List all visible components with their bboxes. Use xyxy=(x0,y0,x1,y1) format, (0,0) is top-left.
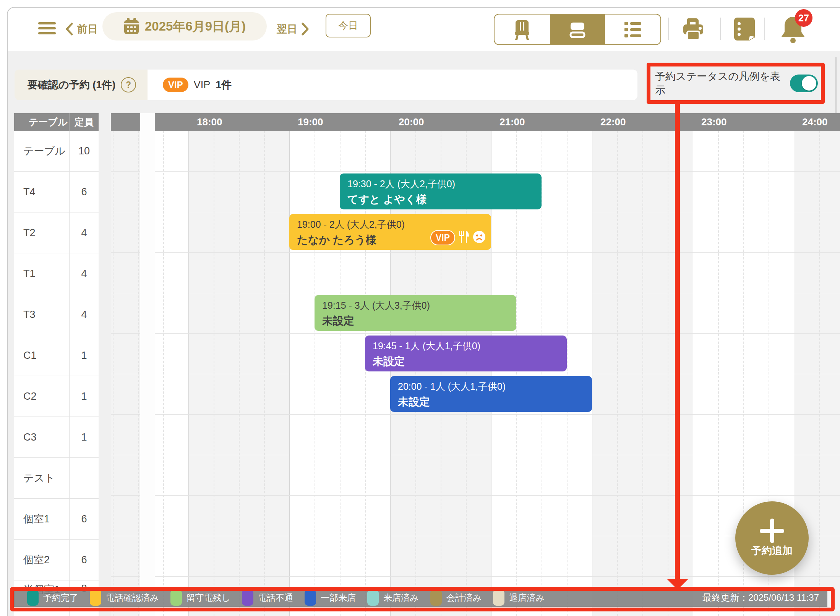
table-capacity: 6 xyxy=(70,172,99,212)
grid-quarter-line xyxy=(642,131,643,616)
table-capacity: 4 xyxy=(70,253,99,294)
reservation-block[interactable]: 19:45 - 1人 (大人1,子供0)未設定 xyxy=(365,336,567,371)
legend-toggle-switch[interactable] xyxy=(790,75,818,92)
print-button[interactable] xyxy=(678,15,709,43)
grid-row-line xyxy=(111,171,840,172)
list-view-icon xyxy=(624,20,642,39)
help-icon[interactable]: ? xyxy=(121,77,136,92)
table-row[interactable]: C21 xyxy=(14,376,99,417)
tables-header: テーブル 定員 xyxy=(14,113,99,131)
reservation-guest-name: 未設定 xyxy=(373,354,559,369)
prev-day-label: 前日 xyxy=(77,22,98,36)
table-name: テーブル xyxy=(14,131,70,171)
table-row[interactable]: T34 xyxy=(14,294,99,335)
today-button[interactable]: 今日 xyxy=(326,14,371,37)
legend-label: 電話確認済み xyxy=(106,592,159,604)
timeline-grid[interactable]: 18:0019:0020:0021:0022:0023:0024:00 19:3… xyxy=(111,113,840,616)
grid-row-line xyxy=(111,536,840,536)
time-axis-label: 23:00 xyxy=(701,113,727,131)
time-axis-label: 22:00 xyxy=(600,113,626,131)
legend-item: 電話確認済み xyxy=(90,590,159,606)
next-day-label: 翌日 xyxy=(277,22,297,36)
legend-label: 退店済み xyxy=(509,592,545,604)
menu-icon[interactable] xyxy=(38,22,56,34)
toolbar-divider xyxy=(764,18,765,40)
add-reservation-button[interactable]: 予約追加 xyxy=(735,501,809,575)
table-capacity xyxy=(70,458,99,498)
memo-button[interactable] xyxy=(729,15,760,43)
table-capacity: 4 xyxy=(70,212,99,253)
legend-item: 電話不通 xyxy=(242,590,293,606)
legend-item: 会計済み xyxy=(430,590,482,606)
table-row[interactable]: テーブル10 xyxy=(14,131,99,172)
reservation-guest-name: 未設定 xyxy=(322,314,509,328)
legend-item: 退店済み xyxy=(493,590,545,606)
time-axis-label: 24:00 xyxy=(802,113,828,131)
grid-quarter-line xyxy=(163,131,164,616)
reservation-time-info: 19:15 - 3人 (大人3,子供0) xyxy=(322,299,509,312)
table-capacity: 6 xyxy=(70,540,99,580)
timeline-view-icon xyxy=(569,20,586,39)
table-name: 個室2 xyxy=(14,540,70,580)
table-capacity: 10 xyxy=(70,131,99,171)
grid-quarter-line xyxy=(113,131,114,616)
legend-label: 会計済み xyxy=(446,592,482,604)
legend-swatch xyxy=(493,590,504,606)
vip-label: VIP xyxy=(194,79,211,91)
tables-panel: テーブル 定員 テーブル10T46T24T14T34C11C21C31テスト個室… xyxy=(14,113,99,616)
time-axis-label: 20:00 xyxy=(399,113,424,131)
timeline-scroll-seam xyxy=(140,113,155,616)
grid-row-line xyxy=(111,252,840,253)
table-row[interactable]: C31 xyxy=(14,417,99,458)
reservation-block[interactable]: 20:00 - 1人 (大人1,子供0)未設定 xyxy=(390,376,592,412)
grid-row-line xyxy=(111,333,840,334)
table-capacity: 6 xyxy=(70,499,99,539)
table-row[interactable]: テスト xyxy=(14,458,99,499)
vip-summary-chip[interactable]: VIP VIP 1件 xyxy=(148,70,637,100)
view-switcher xyxy=(494,14,661,45)
time-axis-label: 18:00 xyxy=(197,113,222,131)
legend-label: 電話不通 xyxy=(258,592,293,604)
grid-quarter-line xyxy=(668,131,668,616)
legend-label: 予約完了 xyxy=(43,592,78,604)
grid-quarter-line xyxy=(567,131,568,616)
legend-swatch xyxy=(90,590,101,606)
calendar-icon xyxy=(123,18,139,35)
table-capacity: 1 xyxy=(70,376,99,417)
reservation-guest-name: 未設定 xyxy=(398,395,584,409)
memo-icon xyxy=(733,17,756,41)
tab-timeline-view[interactable] xyxy=(550,15,605,44)
status-legend-bar: 予約完了電話確認済み留守電残し電話不通一部来店来店済み会計済み退店済み 最終更新… xyxy=(14,588,827,607)
tab-table-view[interactable] xyxy=(495,15,550,44)
notification-badge: 27 xyxy=(795,9,812,27)
toolbar-divider xyxy=(668,18,669,40)
grid-row-line xyxy=(111,414,840,415)
col-header-table: テーブル xyxy=(14,113,70,131)
legend-swatch xyxy=(170,590,182,606)
tab-list-view[interactable] xyxy=(605,15,660,44)
grid-quarter-line xyxy=(718,131,719,616)
table-row[interactable]: C11 xyxy=(14,335,99,376)
date-selector[interactable]: 2025年6月9日(月) xyxy=(102,12,267,41)
current-date: 2025年6月9日(月) xyxy=(145,18,246,35)
table-row[interactable]: 個室26 xyxy=(14,540,99,580)
plus-icon xyxy=(760,519,784,543)
grid-row-line xyxy=(111,374,840,374)
grid-shaded-column xyxy=(111,131,140,616)
chevron-right-icon xyxy=(301,23,310,36)
table-row[interactable]: T24 xyxy=(14,212,99,253)
legend-label: 来店済み xyxy=(383,592,419,604)
table-row[interactable]: T46 xyxy=(14,172,99,212)
reservation-block[interactable]: 19:30 - 2人 (大人2,子供0)てすと よやく様 xyxy=(340,173,542,209)
next-day-button[interactable]: 翌日 xyxy=(277,22,310,36)
needs-confirmation-chip[interactable]: 要確認の予約 (1件) ? xyxy=(15,70,148,100)
prev-day-button[interactable]: 前日 xyxy=(65,22,98,36)
table-row[interactable]: 個室16 xyxy=(14,499,99,540)
grid-quarter-line xyxy=(239,131,240,616)
table-row[interactable]: T14 xyxy=(14,253,99,294)
reservation-block[interactable]: 19:00 - 2人 (大人2,子供0)たなか たろう様VIP xyxy=(289,214,491,250)
table-capacity: 4 xyxy=(70,294,99,335)
reservation-block[interactable]: 19:15 - 3人 (大人3,子供0)未設定 xyxy=(315,295,516,331)
col-header-capacity: 定員 xyxy=(70,113,99,131)
grid-row-line xyxy=(111,576,840,577)
